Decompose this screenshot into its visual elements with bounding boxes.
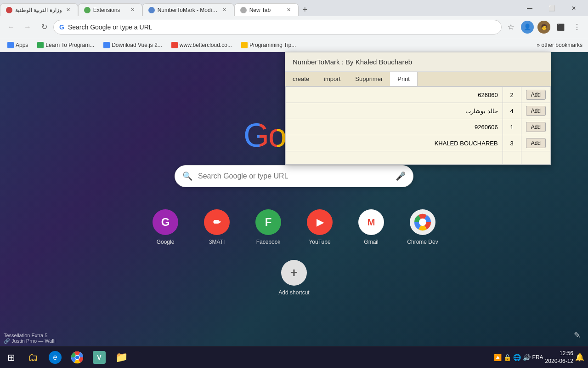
bookmark-apps[interactable]: Apps (4, 41, 32, 49)
popup-tab-import[interactable]: import (317, 72, 348, 86)
popup-tab-supprimer[interactable]: Supprimer (348, 72, 390, 86)
tab-icon-extensions (84, 7, 90, 13)
shortcut-facebook-label: Facebook (256, 239, 281, 245)
shortcut-gmail-label: Gmail (364, 239, 378, 245)
tab-wazara[interactable]: وزارة التربية الوطنية ✕ (0, 3, 78, 16)
maximize-button[interactable]: ⬜ (541, 0, 562, 16)
cell-num-empty (503, 151, 521, 164)
extensions-button[interactable]: ⬛ (553, 20, 568, 34)
refresh-button[interactable]: ↻ (37, 20, 51, 34)
popup-tab-create[interactable]: create (285, 72, 317, 86)
taskbar-edge[interactable]: e (44, 346, 66, 368)
back-button[interactable]: ← (4, 20, 18, 34)
tray-icon-1: 🔼 (494, 354, 502, 361)
mic-icon[interactable]: 🎤 (396, 171, 406, 181)
programming-icon (241, 42, 248, 48)
star-button[interactable]: ☆ (503, 20, 518, 34)
bottom-line1: Tessellation Extra 5 (4, 333, 56, 338)
cell-text-4: KHALED BOUCHAREB (286, 135, 503, 151)
search-box-wrap: 🔍 🎤 (175, 165, 413, 187)
add-button-2[interactable]: Add (526, 106, 546, 116)
profile-icon[interactable]: 👤 (520, 20, 535, 34)
shortcut-3mati-icon: ✏ (204, 209, 230, 235)
shortcut-youtube[interactable]: ▶ YouTube (298, 206, 342, 249)
cell-num-2: 4 (503, 103, 521, 119)
shortcut-chromedev[interactable]: Chrome Dev (401, 206, 445, 249)
shortcut-facebook[interactable]: F Facebook (246, 206, 290, 249)
forward-button[interactable]: → (20, 20, 35, 34)
tray-icon-3: 🌐 (513, 354, 521, 361)
cell-btn-3: Add (521, 119, 550, 135)
search-input[interactable] (198, 172, 390, 180)
tab-icon-numbertomark (148, 7, 155, 13)
shortcut-google[interactable]: G Google (143, 206, 187, 249)
numbertomark-popup: NumberToMark : By Khaled Bouchareb creat… (285, 52, 551, 165)
bookmark-bettercloud[interactable]: www.bettercloud.co... (168, 41, 236, 49)
tab-extensions[interactable]: Extensions ✕ (78, 3, 142, 16)
cell-btn-empty (521, 151, 550, 164)
table-row: KHALED BOUCHAREB 3 Add (286, 135, 551, 151)
close-button[interactable]: ✕ (563, 0, 584, 16)
taskbar-file-explorer[interactable]: 🗂 (22, 346, 44, 368)
cell-num-4: 3 (503, 135, 521, 151)
shortcut-chromedev-icon (410, 209, 435, 235)
menu-button[interactable]: ⋮ (570, 20, 584, 34)
cell-num-3: 1 (503, 119, 521, 135)
bottom-info: Tessellation Extra 5 🔗 Justin Prno — Wal… (4, 333, 56, 344)
clock-date: 2020-06-12 (545, 357, 573, 365)
tab-close-wazara[interactable]: ✕ (65, 6, 72, 14)
taskbar-vpn[interactable]: V (88, 346, 110, 368)
minimize-button[interactable]: — (519, 0, 540, 16)
taskbar-files[interactable]: 📁 (110, 346, 132, 368)
bookmark-vuejs[interactable]: Download Vue.js 2... (100, 41, 166, 49)
add-button-1[interactable]: Add (526, 90, 546, 100)
new-tab-button[interactable]: + (299, 3, 311, 16)
add-button-3[interactable]: Add (526, 122, 546, 132)
search-box[interactable]: 🔍 🎤 (175, 165, 413, 187)
tab-icon-newtab (240, 7, 247, 13)
notification-icon[interactable]: 🔔 (575, 353, 584, 362)
shortcut-add[interactable]: + Add shortcut (272, 256, 316, 299)
shortcut-gmail[interactable]: M Gmail (349, 206, 393, 249)
table-row-empty (286, 151, 551, 164)
toolbar-right: ☆ 👤 🧑 ⬛ ⋮ (503, 20, 584, 34)
tab-close-newtab[interactable]: ✕ (285, 6, 293, 14)
bottom-line2: 🔗 Justin Prno — Walli (4, 338, 56, 344)
taskbar-chrome[interactable] (66, 346, 88, 368)
cell-btn-1: Add (521, 87, 550, 103)
taskbar-clock[interactable]: 12:56 2020-06-12 (545, 350, 573, 365)
tab-numbertomark[interactable]: NumberToMark - Modifier l'élém... ✕ (142, 3, 234, 16)
google-account-icon[interactable]: 🧑 (537, 20, 551, 34)
tab-close-numbertomark[interactable]: ✕ (221, 6, 228, 14)
taskbar-right: 🔼 🔒 🌐 🔊 FRA 12:56 2020-06-12 🔔 (490, 350, 588, 365)
shortcut-google-label: Google (157, 239, 175, 245)
shortcut-3mati-label: 3MATI (209, 239, 225, 245)
shortcut-google-icon: G (153, 209, 178, 235)
search-icon: 🔍 (182, 171, 192, 181)
clock-time: 12:56 (545, 350, 573, 357)
bookmark-apps-label: Apps (16, 42, 28, 48)
address-text: Search Google or type a URL (68, 23, 496, 31)
shortcut-facebook-icon: F (255, 209, 281, 235)
bookmark-learn[interactable]: Learn To Program... (34, 41, 98, 49)
google-icon: G (59, 23, 64, 31)
edit-icon[interactable]: ✎ (574, 330, 581, 340)
bookmark-programming[interactable]: Programming Tip... (237, 41, 300, 49)
tab-close-extensions[interactable]: ✕ (129, 6, 136, 14)
shortcut-youtube-icon: ▶ (307, 209, 333, 235)
popup-tab-print[interactable]: Print (390, 72, 418, 86)
shortcut-3mati[interactable]: ✏ 3MATI (195, 206, 239, 249)
shortcut-gmail-icon: M (358, 209, 384, 235)
other-bookmarks[interactable]: » other bookmarks (535, 41, 584, 49)
tab-label-numbertomark: NumberToMark - Modifier l'élém... (158, 7, 218, 13)
svg-point-1 (419, 218, 426, 226)
taskbar-tray: 🔼 🔒 🌐 🔊 FRA (494, 354, 543, 361)
add-button-4[interactable]: Add (526, 138, 546, 148)
address-bar[interactable]: G Search Google or type a URL (53, 20, 502, 34)
windows-icon: ⊞ (5, 351, 17, 364)
cell-text-3: 9260606 (286, 119, 503, 135)
titlebar: وزارة التربية الوطنية ✕ Extensions ✕ Num… (0, 0, 588, 16)
tab-newtab[interactable]: New Tab ✕ (234, 3, 299, 16)
shortcut-add-icon: + (281, 260, 307, 286)
start-button[interactable]: ⊞ (0, 346, 22, 368)
